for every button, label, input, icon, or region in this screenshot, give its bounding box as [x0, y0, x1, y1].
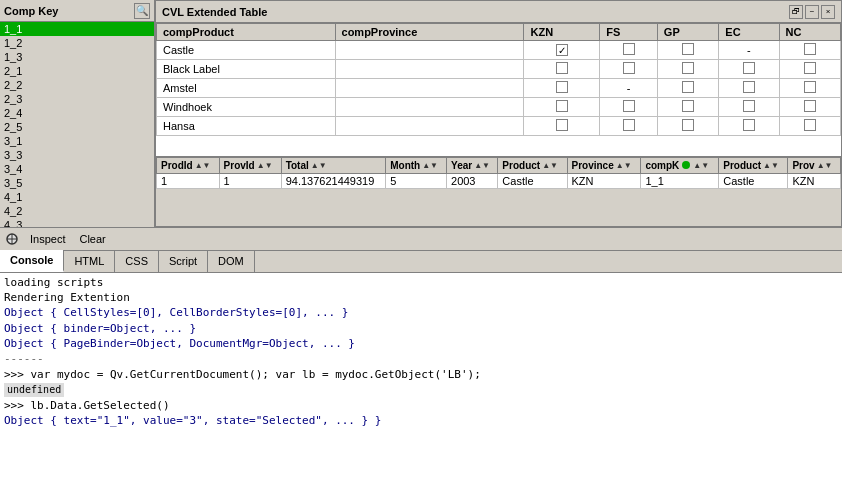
console-line: >>> lb.Data.GetSelected(): [4, 398, 838, 413]
dt-col-month: Month ▲▼: [386, 157, 447, 173]
inspect-button[interactable]: Inspect: [26, 232, 69, 246]
bottom-table-area: ProdId ▲▼ ProvId ▲▼ Total ▲▼ Month ▲▼ Ye…: [156, 156, 841, 226]
cvl-cell-nc[interactable]: [779, 79, 841, 98]
cvl-cell-kzn[interactable]: [524, 60, 600, 79]
cvl-province: [335, 41, 524, 60]
console-line: >>> var mydoc = Qv.GetCurrentDocument();…: [4, 367, 838, 382]
dt-col-prodid: ProdId ▲▼: [157, 157, 220, 173]
console-line: Rendering Extention: [4, 290, 838, 305]
dt-cell-prodid: 1: [157, 173, 220, 188]
comp-key-item-3_3[interactable]: 3_3: [0, 148, 154, 162]
close-btn[interactable]: ×: [821, 5, 835, 19]
col-EC: EC: [719, 24, 779, 41]
comp-key-item-1_2[interactable]: 1_2: [0, 36, 154, 50]
cvl-cell-kzn[interactable]: [524, 79, 600, 98]
comp-key-item-2_3[interactable]: 2_3: [0, 92, 154, 106]
dt-col-product: Product ▲▼: [498, 157, 567, 173]
search-button[interactable]: 🔍: [134, 3, 150, 19]
cvl-cell-kzn[interactable]: [524, 98, 600, 117]
cvl-product: Castle: [157, 41, 336, 60]
comp-key-item-3_4[interactable]: 3_4: [0, 162, 154, 176]
console-line: ------: [4, 351, 838, 366]
cvl-cell-nc[interactable]: [779, 41, 841, 60]
dt-col-year: Year ▲▼: [447, 157, 498, 173]
console-line: Object { PageBinder=Object, DocumentMgr=…: [4, 336, 838, 351]
cvl-cell-fs[interactable]: [600, 60, 658, 79]
cvl-cell-gp[interactable]: [657, 98, 719, 117]
restore-btn[interactable]: 🗗: [789, 5, 803, 19]
cvl-cell-fs[interactable]: [600, 41, 658, 60]
dt-cell-month: 5: [386, 173, 447, 188]
devtools-tabs: ConsoleHTMLCSSScriptDOM: [0, 251, 842, 273]
cvl-cell-ec[interactable]: -: [719, 41, 779, 60]
right-panel: CVL Extended Table 🗗 − × compProduct com…: [155, 0, 842, 227]
comp-key-item-4_1[interactable]: 4_1: [0, 190, 154, 204]
comp-key-item-2_1[interactable]: 2_1: [0, 64, 154, 78]
dt-cell-year: 2003: [447, 173, 498, 188]
comp-key-item-2_4[interactable]: 2_4: [0, 106, 154, 120]
cvl-cell-ec[interactable]: [719, 60, 779, 79]
comp-key-item-3_5[interactable]: 3_5: [0, 176, 154, 190]
comp-key-list: 1_11_21_32_12_22_32_42_53_13_33_43_54_14…: [0, 22, 154, 227]
comp-key-item-2_2[interactable]: 2_2: [0, 78, 154, 92]
cvl-table-container: compProduct compProvince KZN FS GP EC NC…: [156, 23, 841, 156]
data-table-row: 1194.13762144931952003CastleKZN1_1Castle…: [157, 173, 841, 188]
dt-cell-product2: Castle: [719, 173, 788, 188]
dt-cell-total: 94.137621449319: [281, 173, 386, 188]
bug-icon: [4, 231, 20, 247]
data-table: ProdId ▲▼ ProvId ▲▼ Total ▲▼ Month ▲▼ Ye…: [156, 157, 841, 189]
cvl-cell-nc[interactable]: [779, 60, 841, 79]
cvl-province: [335, 79, 524, 98]
cvl-cell-nc[interactable]: [779, 98, 841, 117]
comp-key-item-1_3[interactable]: 1_3: [0, 50, 154, 64]
cvl-product: Windhoek: [157, 98, 336, 117]
cvl-cell-ec[interactable]: [719, 98, 779, 117]
console-line: loading scripts: [4, 275, 838, 290]
col-NC: NC: [779, 24, 841, 41]
tab-html[interactable]: HTML: [64, 250, 115, 272]
console-line: Object { CellStyles=[0], CellBorderStyle…: [4, 305, 838, 320]
console-line: undefined: [4, 382, 838, 397]
comp-key-item-1_1[interactable]: 1_1: [0, 22, 154, 36]
cvl-cell-kzn[interactable]: [524, 117, 600, 136]
dt-cell-compk: 1_1: [641, 173, 719, 188]
col-FS: FS: [600, 24, 658, 41]
cvl-cell-gp[interactable]: [657, 79, 719, 98]
cvl-cell-ec[interactable]: [719, 117, 779, 136]
cvl-cell-ec[interactable]: [719, 79, 779, 98]
dt-col-compk: compK ▲▼: [641, 157, 719, 173]
cvl-cell-fs[interactable]: [600, 98, 658, 117]
cvl-row: Black Label: [157, 60, 841, 79]
col-GP: GP: [657, 24, 719, 41]
tab-console[interactable]: Console: [0, 250, 64, 272]
cvl-row: Amstel-: [157, 79, 841, 98]
comp-key-item-2_5[interactable]: 2_5: [0, 120, 154, 134]
cvl-row: Castle-: [157, 41, 841, 60]
col-KZN: KZN: [524, 24, 600, 41]
cvl-product: Amstel: [157, 79, 336, 98]
dt-cell-prov: KZN: [788, 173, 841, 188]
cvl-cell-fs[interactable]: -: [600, 79, 658, 98]
dt-col-prov: Prov ▲▼: [788, 157, 841, 173]
dt-col-provid: ProvId ▲▼: [219, 157, 281, 173]
inspect-bar: Inspect Clear: [0, 227, 842, 251]
console-line: Object { text="1_1", value="3", state="S…: [4, 413, 838, 428]
cvl-cell-gp[interactable]: [657, 41, 719, 60]
comp-key-item-4_3[interactable]: 4_3: [0, 218, 154, 227]
tab-script[interactable]: Script: [159, 250, 208, 272]
minimize-btn[interactable]: −: [805, 5, 819, 19]
tab-css[interactable]: CSS: [115, 250, 159, 272]
cvl-cell-fs[interactable]: [600, 117, 658, 136]
console-line: Object { binder=Object, ... }: [4, 321, 838, 336]
clear-button[interactable]: Clear: [75, 232, 109, 246]
cvl-cell-gp[interactable]: [657, 60, 719, 79]
cvl-table: compProduct compProvince KZN FS GP EC NC…: [156, 23, 841, 136]
comp-key-item-3_1[interactable]: 3_1: [0, 134, 154, 148]
cvl-row: Hansa: [157, 117, 841, 136]
comp-key-item-4_2[interactable]: 4_2: [0, 204, 154, 218]
top-area: Comp Key 🔍 1_11_21_32_12_22_32_42_53_13_…: [0, 0, 842, 227]
tab-dom[interactable]: DOM: [208, 250, 255, 272]
cvl-cell-kzn[interactable]: [524, 41, 600, 60]
cvl-cell-gp[interactable]: [657, 117, 719, 136]
cvl-cell-nc[interactable]: [779, 117, 841, 136]
